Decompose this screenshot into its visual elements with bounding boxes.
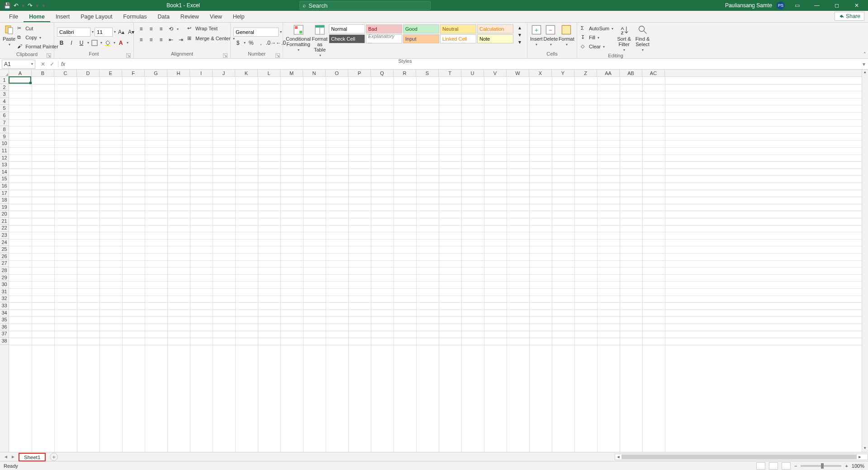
scroll-up-button[interactable]: ▴ <box>864 70 866 76</box>
increase-font-button[interactable]: A▴ <box>117 28 126 37</box>
align-left-button[interactable]: ≡ <box>137 35 146 44</box>
row-header[interactable]: 33 <box>0 302 9 310</box>
zoom-level[interactable]: 100% <box>852 463 864 469</box>
search-input[interactable] <box>308 2 427 9</box>
font-dialog-launcher[interactable]: ↘ <box>126 53 131 58</box>
zoom-out-button[interactable]: − <box>794 463 797 469</box>
column-header[interactable]: V <box>484 70 507 76</box>
column-header[interactable]: O <box>326 70 348 76</box>
row-header[interactable]: 1 <box>0 77 9 84</box>
styles-more[interactable]: ▾ <box>515 39 524 45</box>
close-button[interactable]: ✕ <box>849 2 864 9</box>
row-header[interactable]: 7 <box>0 119 9 127</box>
font-name-combo[interactable] <box>57 28 90 37</box>
column-header[interactable]: S <box>416 70 439 76</box>
cells-area[interactable] <box>9 77 862 452</box>
format-cells-button[interactable]: Format▾ <box>559 24 574 47</box>
cell-style-note[interactable]: Note <box>477 34 513 43</box>
conditional-formatting-button[interactable]: Conditional Formatting▾ <box>286 24 311 52</box>
row-header[interactable]: 13 <box>0 161 9 169</box>
collapse-ribbon-button[interactable]: ˄ <box>863 52 866 57</box>
accounting-format-button[interactable]: $ <box>233 38 242 47</box>
alignment-dialog-launcher[interactable]: ↘ <box>223 53 228 58</box>
row-header[interactable]: 16 <box>0 183 9 190</box>
row-header[interactable]: 17 <box>0 190 9 197</box>
tab-page-layout[interactable]: Page Layout <box>75 12 118 22</box>
normal-view-button[interactable] <box>756 462 765 470</box>
cell-style-input[interactable]: Input <box>403 34 439 43</box>
row-header[interactable]: 11 <box>0 147 9 155</box>
row-header[interactable]: 38 <box>0 338 9 345</box>
column-header[interactable]: F <box>122 70 145 76</box>
avatar[interactable]: PS <box>777 1 785 9</box>
paste-button[interactable]: Paste ▾ <box>3 24 15 47</box>
row-header[interactable]: 22 <box>0 225 9 232</box>
orientation-button[interactable]: ⟲ <box>166 24 175 33</box>
column-header[interactable]: H <box>167 70 190 76</box>
merge-center-button[interactable]: ⊞Merge & Center▾ <box>186 34 236 42</box>
column-header[interactable]: P <box>348 70 371 76</box>
row-header[interactable]: 4 <box>0 98 9 105</box>
maximize-button[interactable]: ◻ <box>829 2 844 9</box>
minimize-button[interactable]: — <box>809 2 825 9</box>
cell-styles-gallery[interactable]: NormalBadGoodNeutralCalculationCheck Cel… <box>329 24 513 43</box>
row-header[interactable]: 20 <box>0 211 9 218</box>
page-layout-view-button[interactable] <box>769 462 778 470</box>
cell-style-check-cell[interactable]: Check Cell <box>329 34 365 43</box>
row-header[interactable]: 23 <box>0 232 9 239</box>
row-header[interactable]: 26 <box>0 253 9 260</box>
qat-customize[interactable]: ▾ <box>42 2 45 9</box>
tab-review[interactable]: Review <box>175 12 204 22</box>
increase-decimal-button[interactable]: .0→ <box>266 38 275 47</box>
styles-scroll-up[interactable]: ▴ <box>515 24 524 31</box>
decrease-indent-button[interactable]: ⇤ <box>166 35 175 44</box>
underline-button[interactable]: U <box>77 38 86 47</box>
row-header[interactable]: 24 <box>0 239 9 246</box>
borders-button[interactable] <box>90 38 99 47</box>
tab-insert[interactable]: Insert <box>50 12 75 22</box>
scroll-right-button[interactable]: ► <box>857 455 863 459</box>
column-header[interactable]: B <box>32 70 54 76</box>
zoom-slider[interactable] <box>801 465 841 467</box>
row-header[interactable]: 5 <box>0 105 9 112</box>
cell-style-normal[interactable]: Normal <box>329 24 365 33</box>
row-header[interactable]: 31 <box>0 288 9 296</box>
undo-dropdown[interactable]: ▾ <box>22 2 25 9</box>
column-header[interactable]: AC <box>642 70 665 76</box>
tab-help[interactable]: Help <box>228 12 250 22</box>
expand-formula-bar[interactable]: ▾ <box>860 61 868 67</box>
redo-dropdown[interactable]: ▾ <box>36 2 39 9</box>
align-center-button[interactable]: ≡ <box>147 35 156 44</box>
column-header[interactable]: C <box>54 70 77 76</box>
page-break-view-button[interactable] <box>782 462 791 470</box>
align-middle-button[interactable]: ≡ <box>147 24 156 33</box>
insert-cells-button[interactable]: ＋Insert▾ <box>530 24 543 47</box>
column-header[interactable]: AA <box>597 70 620 76</box>
column-header[interactable]: E <box>100 70 122 76</box>
scroll-left-button[interactable]: ◄ <box>615 455 621 459</box>
number-dialog-launcher[interactable]: ↘ <box>275 53 280 58</box>
sheet-nav-prev[interactable]: ◄ <box>3 454 9 459</box>
column-header[interactable]: K <box>235 70 258 76</box>
row-header[interactable]: 29 <box>0 274 9 282</box>
column-header[interactable]: Z <box>574 70 597 76</box>
fill-color-button[interactable] <box>103 38 112 47</box>
fx-icon[interactable]: fx <box>58 61 68 67</box>
italic-button[interactable]: I <box>67 38 76 47</box>
column-header[interactable]: AB <box>620 70 642 76</box>
enter-formula-button[interactable]: ✓ <box>48 61 56 67</box>
column-header[interactable]: T <box>439 70 461 76</box>
tab-view[interactable]: View <box>204 12 228 22</box>
row-header[interactable]: 36 <box>0 324 9 331</box>
row-header[interactable]: 10 <box>0 140 9 147</box>
delete-cells-button[interactable]: －Delete▾ <box>544 24 558 47</box>
row-header[interactable]: 14 <box>0 169 9 176</box>
copy-button[interactable]: ⧉Copy▾ <box>16 33 59 42</box>
format-as-table-button[interactable]: Format as Table▾ <box>312 24 328 57</box>
name-box[interactable]: A1▾ <box>2 60 35 69</box>
column-header[interactable]: R <box>394 70 416 76</box>
scroll-down-button[interactable]: ▾ <box>864 446 866 452</box>
tab-formulas[interactable]: Formulas <box>118 12 152 22</box>
user-name[interactable]: Pauliansang Samte <box>725 2 772 9</box>
row-header[interactable]: 21 <box>0 218 9 225</box>
